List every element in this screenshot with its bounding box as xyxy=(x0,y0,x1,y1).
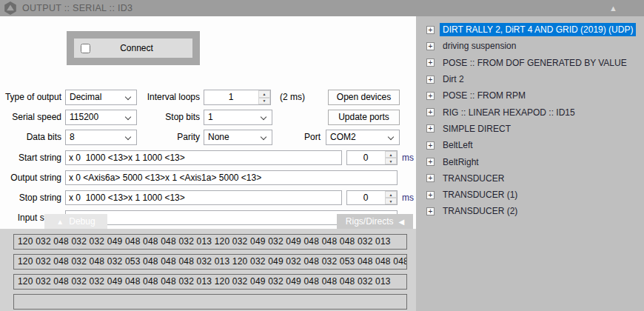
chevron-down-icon xyxy=(261,114,266,120)
tree-item-pose-from-rpm[interactable]: + POSE :: FROM RPM xyxy=(416,87,644,104)
debug-tab[interactable]: ▲ Debug xyxy=(44,214,107,229)
rigs-directs-button[interactable]: Rigs/Directs ◀ xyxy=(337,214,413,229)
stop-delay-stepper[interactable]: 0 ▲ ▼ xyxy=(346,190,398,205)
triangle-left-icon: ◀ xyxy=(398,218,404,226)
connect-button[interactable]: Connect xyxy=(74,39,192,58)
expand-icon[interactable]: + xyxy=(426,42,435,50)
debug-output-row xyxy=(13,294,407,310)
expand-icon[interactable]: + xyxy=(426,58,435,67)
spin-up-icon[interactable]: ▲ xyxy=(385,191,397,198)
parity-select[interactable]: None xyxy=(204,130,272,145)
connect-label: Connect xyxy=(90,43,183,53)
stop-string-label: Stop string xyxy=(0,190,61,205)
stop-bits-label: Stop bits xyxy=(137,110,200,125)
expand-icon[interactable]: + xyxy=(426,92,435,100)
window-title: OUTPUT :: SERIAL :: ID3 xyxy=(22,0,133,16)
debug-output-row: 120 032 048 032 032 049 048 048 048 032 … xyxy=(13,274,407,290)
stop-bits-select[interactable]: 1 xyxy=(204,110,272,125)
interval-ms-hint: (2 ms) xyxy=(280,90,324,105)
chevron-down-icon xyxy=(125,94,131,100)
tree-item-beltright[interactable]: + BeltRight xyxy=(416,153,644,170)
port-select[interactable]: COM2 xyxy=(326,130,400,145)
tree-item-transducer-2[interactable]: + TRANSDUCER (2) xyxy=(416,203,644,219)
expand-icon[interactable]: + xyxy=(426,158,435,166)
spin-down-icon[interactable]: ▼ xyxy=(385,158,397,164)
debug-tab-label: Debug xyxy=(69,216,95,227)
start-delay-stepper[interactable]: 0 ▲ ▼ xyxy=(346,150,398,165)
serial-speed-select[interactable]: 115200 xyxy=(65,110,137,125)
chevron-down-icon xyxy=(125,134,131,140)
serial-speed-label: Serial speed xyxy=(0,110,61,125)
chevron-down-icon xyxy=(125,114,131,120)
collapse-panel-icon[interactable]: ▲ xyxy=(609,0,617,16)
titlebar: OUTPUT :: SERIAL :: ID3 ▲ xyxy=(0,0,644,16)
stop-string-input[interactable] xyxy=(65,190,342,205)
type-of-output-select[interactable]: Decimal xyxy=(65,90,137,105)
interval-loops-stepper[interactable]: 1 ▲ ▼ xyxy=(204,90,271,105)
debug-output-row: 120 032 048 032 048 032 053 048 048 048 … xyxy=(13,254,407,270)
tree-item-dirt-2[interactable]: + Dirt 2 xyxy=(416,71,644,87)
tree-item-transducer-1[interactable]: + TRANSDUCER (1) xyxy=(416,187,644,203)
expand-icon[interactable]: + xyxy=(426,141,435,150)
spin-up-icon[interactable]: ▲ xyxy=(385,151,397,158)
connect-checkbox[interactable] xyxy=(81,44,90,53)
chevron-down-icon xyxy=(388,134,394,140)
start-string-input[interactable] xyxy=(65,150,342,165)
interval-loops-label: Interval loops xyxy=(137,90,200,105)
tree-item-transducer[interactable]: + TRANSDUCER xyxy=(416,170,644,187)
expand-icon[interactable]: + xyxy=(426,26,435,34)
expand-icon[interactable]: + xyxy=(426,174,435,182)
tree-item-simple-direct[interactable]: + SIMPLE DIRECT xyxy=(416,121,644,137)
expand-icon[interactable]: + xyxy=(426,124,435,133)
spin-up-icon[interactable]: ▲ xyxy=(258,90,270,98)
start-ms-unit: ms xyxy=(402,150,414,165)
data-bits-label: Data bits xyxy=(0,130,61,145)
modules-tree: + DIRT RALLY 2, DiRT 4 AND GRID (2019) (… xyxy=(416,16,644,311)
rigs-directs-label: Rigs/Directs xyxy=(346,216,394,227)
stop-ms-unit: ms xyxy=(402,190,414,205)
output-string-label: Output string xyxy=(0,170,61,185)
app-window: OUTPUT :: SERIAL :: ID3 ▲ Connect Type o… xyxy=(0,0,644,311)
parity-label: Parity xyxy=(137,130,200,145)
update-ports-button[interactable]: Update ports xyxy=(328,110,400,125)
spin-down-icon[interactable]: ▼ xyxy=(385,198,397,204)
data-bits-select[interactable]: 8 xyxy=(65,130,137,145)
type-of-output-label: Type of output xyxy=(0,90,61,105)
expand-icon[interactable]: + xyxy=(426,76,435,84)
triangle-up-icon: ▲ xyxy=(56,218,64,226)
chevron-down-icon xyxy=(261,134,266,140)
output-string-input[interactable] xyxy=(65,170,398,185)
open-devices-button[interactable]: Open devices xyxy=(328,90,400,105)
expand-icon[interactable]: + xyxy=(426,207,435,215)
app-hexagon-icon xyxy=(4,1,17,15)
tree-item-dirt-rally-2[interactable]: + DIRT RALLY 2, DiRT 4 AND GRID (2019) (… xyxy=(416,21,644,38)
spin-down-icon[interactable]: ▼ xyxy=(258,98,270,105)
expand-icon[interactable]: + xyxy=(426,108,435,116)
tree-item-pose-from-dof[interactable]: + POSE :: FROM DOF GENERATED BY VALUE xyxy=(416,55,644,71)
expand-icon[interactable]: + xyxy=(426,191,435,199)
port-label: Port xyxy=(285,130,321,145)
start-string-label: Start string xyxy=(0,150,61,165)
tree-item-driving-suspension[interactable]: + driving suspension xyxy=(416,38,644,54)
tree-item-rig-linear-hexapod[interactable]: + RIG :: LINEAR HEXAPOD :: ID15 xyxy=(416,104,644,120)
tree-item-beltleft[interactable]: + BeltLeft xyxy=(416,137,644,153)
debug-output-row: 120 032 048 032 032 049 048 048 048 032 … xyxy=(13,234,407,250)
